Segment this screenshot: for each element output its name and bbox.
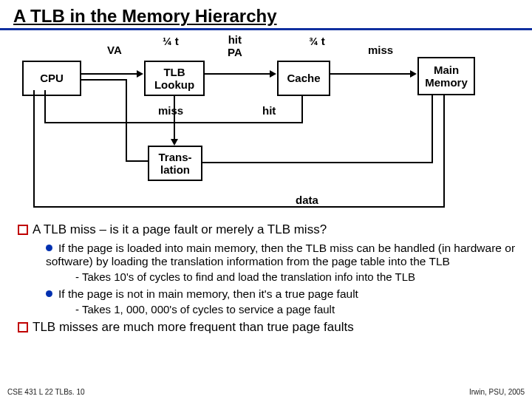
hit-bottom-label: hit [262, 104, 276, 117]
arrow-trans-left [126, 160, 148, 162]
square-bullet-icon [18, 225, 28, 235]
va-label: VA [107, 44, 122, 56]
d1-text: If the page is loaded into main memory, … [46, 242, 515, 267]
arrow-trans-to-cpu [81, 79, 127, 81]
arrow-head [270, 70, 276, 78]
cache-box: Cache [277, 61, 330, 96]
arrow-data-h [33, 206, 445, 208]
content-body: A TLB miss – is it a page fault or merel… [0, 222, 532, 335]
dot-bullet-icon [46, 245, 52, 251]
arrow-head [18, 87, 24, 95]
cpu-box: CPU [22, 61, 81, 96]
data-label: data [296, 194, 318, 206]
arrow-trans-mem-v [432, 94, 433, 163]
arrow-trans-up [126, 79, 127, 162]
arrow-cpu-tlb [81, 73, 138, 75]
arrow-cache-hit-up [44, 90, 46, 123]
three-quarter-t-label: ¾ t [309, 35, 325, 47]
footer-left: CSE 431 L 22 TLBs. 10 [7, 388, 85, 396]
arrow-tlb-cache [205, 73, 271, 75]
arrow-cache-hit-h [44, 122, 303, 123]
main-memory-box: MainMemory [417, 57, 475, 95]
miss-bottom-label: miss [158, 104, 183, 117]
translation-box: Trans-lation [148, 146, 202, 181]
d2-text: If the page is not in main memory, then … [58, 287, 358, 300]
arrow-mem-down [443, 95, 445, 206]
q2-text: TLB misses are much more frequent than t… [33, 320, 354, 334]
arrow-cache-mem [330, 73, 412, 75]
arrow-head [410, 70, 417, 78]
footer: CSE 431 L 22 TLBs. 10 Irwin, PSU, 2005 [0, 388, 532, 396]
bullet-s1: - Takes 10's of cycles to find and load … [75, 270, 525, 283]
tlb-lookup-box: TLBLookup [144, 61, 205, 96]
quarter-t-label: ¼ t [163, 35, 179, 47]
bullet-s2: - Takes 1, 000, 000's of cycles to servi… [75, 303, 525, 316]
tlb-diagram: CPU TLBLookup Cache MainMemory Trans-lat… [7, 35, 525, 219]
hit-pa-label: hitPA [228, 33, 242, 58]
arrow-cache-hit-v [301, 96, 303, 122]
miss-top-label: miss [368, 44, 393, 56]
arrow-head [171, 139, 178, 146]
arrow-trans-mem [202, 162, 432, 163]
arrow-head [137, 70, 143, 78]
bullet-q1: A TLB miss – is it a page fault or merel… [18, 222, 525, 237]
arrow-data-up [33, 90, 35, 208]
bullet-d1: If the page is loaded into main memory, … [46, 242, 525, 268]
q1-text: A TLB miss – is it a page fault or merel… [33, 222, 327, 236]
bullet-d2: If the page is not in main memory, then … [46, 287, 525, 301]
footer-right: Irwin, PSU, 2005 [469, 388, 525, 396]
bullet-q2: TLB misses are much more frequent than t… [18, 320, 525, 335]
square-bullet-icon [18, 322, 28, 332]
arrow-tlb-miss-down [174, 96, 175, 140]
dot-bullet-icon [46, 290, 52, 297]
slide-title: A TLB in the Memory Hierarchy [0, 0, 532, 30]
